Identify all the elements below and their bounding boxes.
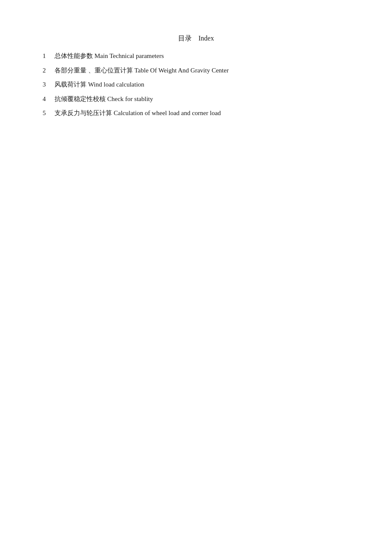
item-number: 3: [43, 79, 55, 90]
item-number: 1: [43, 51, 55, 62]
list-item: 1总体性能参数 Main Technical parameters: [43, 51, 349, 62]
list-item: 3风载荷计算 Wind load calculation: [43, 79, 349, 90]
title-zh: 目录: [178, 35, 192, 42]
item-number: 2: [43, 65, 55, 76]
index-title: 目录 Index: [43, 34, 349, 43]
item-text: 各部分重量 、重心位置计算 Table Of Weight And Gravit…: [55, 65, 349, 76]
item-number: 5: [43, 108, 55, 119]
list-item: 4抗倾覆稳定性校核 Check for stablity: [43, 94, 349, 105]
item-text: 抗倾覆稳定性校核 Check for stablity: [55, 94, 349, 105]
title-en: Index: [199, 35, 214, 42]
item-text: 支承反力与轮压计算 Calculation of wheel load and …: [55, 108, 349, 119]
page: 目录 Index 1总体性能参数 Main Technical paramete…: [0, 0, 392, 555]
list-item: 5支承反力与轮压计算 Calculation of wheel load and…: [43, 108, 349, 119]
item-text: 风载荷计算 Wind load calculation: [55, 79, 349, 90]
index-list: 1总体性能参数 Main Technical parameters2各部分重量 …: [43, 51, 349, 119]
item-number: 4: [43, 94, 55, 105]
item-text: 总体性能参数 Main Technical parameters: [55, 51, 349, 62]
list-item: 2各部分重量 、重心位置计算 Table Of Weight And Gravi…: [43, 65, 349, 76]
